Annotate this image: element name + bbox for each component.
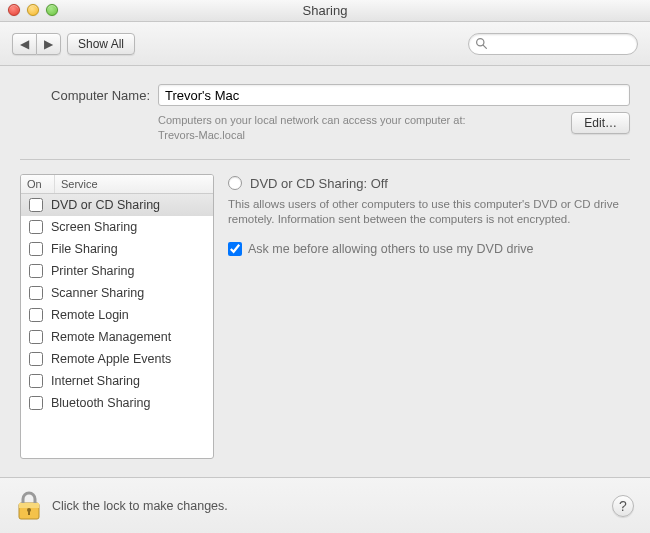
service-label: Scanner Sharing bbox=[51, 286, 144, 300]
search-field-wrap bbox=[468, 33, 638, 55]
zoom-icon[interactable] bbox=[46, 4, 58, 16]
edit-button[interactable]: Edit… bbox=[571, 112, 630, 134]
forward-button[interactable]: ▶ bbox=[36, 33, 61, 55]
column-header-on[interactable]: On bbox=[21, 175, 55, 193]
service-status-indicator-icon bbox=[228, 176, 242, 190]
service-checkbox[interactable] bbox=[29, 308, 43, 322]
back-button[interactable]: ◀ bbox=[12, 33, 36, 55]
svg-rect-3 bbox=[19, 503, 39, 508]
service-row[interactable]: Internet Sharing bbox=[21, 370, 213, 392]
minimize-icon[interactable] bbox=[27, 4, 39, 16]
column-header-service[interactable]: Service bbox=[55, 175, 213, 193]
service-row[interactable]: Remote Login bbox=[21, 304, 213, 326]
ask-before-option[interactable]: Ask me before allowing others to use my … bbox=[228, 242, 630, 256]
service-label: Screen Sharing bbox=[51, 220, 137, 234]
service-label: Printer Sharing bbox=[51, 264, 134, 278]
svg-line-1 bbox=[483, 45, 486, 48]
service-row[interactable]: File Sharing bbox=[21, 238, 213, 260]
chevron-left-icon: ◀ bbox=[20, 38, 29, 50]
services-panel: On Service DVD or CD SharingScreen Shari… bbox=[20, 159, 630, 459]
service-label: Remote Management bbox=[51, 330, 171, 344]
help-icon: ? bbox=[619, 498, 627, 514]
help-button[interactable]: ? bbox=[612, 495, 634, 517]
service-checkbox[interactable] bbox=[29, 198, 43, 212]
computer-name-subtext: Computers on your local network can acce… bbox=[158, 110, 563, 143]
show-all-button[interactable]: Show All bbox=[67, 33, 135, 55]
computer-name-input[interactable] bbox=[158, 84, 630, 106]
close-icon[interactable] bbox=[8, 4, 20, 16]
svg-rect-5 bbox=[28, 510, 30, 515]
service-checkbox[interactable] bbox=[29, 396, 43, 410]
service-label: Remote Apple Events bbox=[51, 352, 171, 366]
service-label: File Sharing bbox=[51, 242, 118, 256]
service-checkbox[interactable] bbox=[29, 352, 43, 366]
nav-segment: ◀ ▶ bbox=[12, 33, 61, 55]
service-row[interactable]: Remote Management bbox=[21, 326, 213, 348]
service-checkbox[interactable] bbox=[29, 264, 43, 278]
service-row[interactable]: Screen Sharing bbox=[21, 216, 213, 238]
service-label: Remote Login bbox=[51, 308, 129, 322]
footer: Click the lock to make changes. ? bbox=[0, 477, 650, 533]
detail-title: DVD or CD Sharing: Off bbox=[250, 176, 388, 191]
service-row[interactable]: Scanner Sharing bbox=[21, 282, 213, 304]
ask-before-checkbox[interactable] bbox=[228, 242, 242, 256]
service-checkbox[interactable] bbox=[29, 374, 43, 388]
service-checkbox[interactable] bbox=[29, 286, 43, 300]
service-row[interactable]: Remote Apple Events bbox=[21, 348, 213, 370]
computer-name-row: Computer Name: bbox=[20, 84, 630, 106]
computer-name-subtext-line2: Trevors-Mac.local bbox=[158, 129, 245, 141]
search-icon bbox=[475, 37, 488, 50]
lock-text: Click the lock to make changes. bbox=[52, 499, 228, 513]
detail-description: This allows users of other computers to … bbox=[228, 197, 630, 228]
window-controls bbox=[8, 4, 58, 16]
services-list-body: DVD or CD SharingScreen SharingFile Shar… bbox=[21, 194, 213, 414]
service-label: Bluetooth Sharing bbox=[51, 396, 150, 410]
search-input[interactable] bbox=[468, 33, 638, 55]
services-list-header: On Service bbox=[21, 175, 213, 194]
ask-before-label: Ask me before allowing others to use my … bbox=[248, 242, 534, 256]
service-label: Internet Sharing bbox=[51, 374, 140, 388]
chevron-right-icon: ▶ bbox=[44, 38, 53, 50]
computer-name-sub-row: Computers on your local network can acce… bbox=[20, 110, 630, 143]
service-checkbox[interactable] bbox=[29, 330, 43, 344]
service-label: DVD or CD Sharing bbox=[51, 198, 160, 212]
service-row[interactable]: DVD or CD Sharing bbox=[21, 194, 213, 216]
services-list: On Service DVD or CD SharingScreen Shari… bbox=[20, 174, 214, 459]
window-titlebar: Sharing bbox=[0, 0, 650, 22]
service-checkbox[interactable] bbox=[29, 242, 43, 256]
service-row[interactable]: Printer Sharing bbox=[21, 260, 213, 282]
service-detail: DVD or CD Sharing: Off This allows users… bbox=[228, 174, 630, 459]
service-checkbox[interactable] bbox=[29, 220, 43, 234]
content-area: Computer Name: Computers on your local n… bbox=[0, 66, 650, 459]
computer-name-subtext-line1: Computers on your local network can acce… bbox=[158, 114, 466, 126]
service-row[interactable]: Bluetooth Sharing bbox=[21, 392, 213, 414]
toolbar: ◀ ▶ Show All bbox=[0, 22, 650, 66]
window-title: Sharing bbox=[0, 3, 650, 18]
computer-name-label: Computer Name: bbox=[20, 88, 150, 103]
detail-title-row: DVD or CD Sharing: Off bbox=[228, 176, 630, 191]
lock-icon[interactable] bbox=[16, 491, 42, 521]
